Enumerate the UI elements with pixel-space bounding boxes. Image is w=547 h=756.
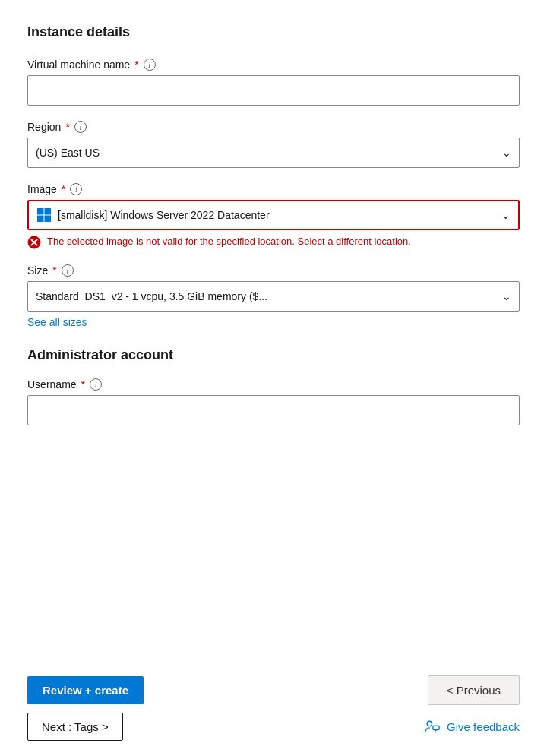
next-button[interactable]: Next : Tags > [27, 713, 123, 741]
size-label: Size * i [27, 264, 520, 277]
image-error-text: The selected image is not valid for the … [47, 235, 411, 248]
size-info-icon[interactable]: i [62, 264, 74, 277]
region-select[interactable]: (US) East US ⌄ [27, 138, 520, 168]
admin-account-section: Administrator account Username * i [27, 347, 520, 425]
image-field-group: Image * i [smalldisk] Windows Server 202… [27, 183, 520, 249]
vm-name-field-group: Virtual machine name * i [27, 59, 520, 106]
size-value: Standard_DS1_v2 - 1 vcpu, 3.5 GiB memory… [36, 290, 267, 302]
svg-rect-8 [433, 726, 439, 730]
svg-rect-3 [45, 216, 52, 223]
give-feedback-label: Give feedback [447, 720, 520, 733]
svg-rect-2 [37, 216, 44, 223]
instance-details-title: Instance details [27, 24, 520, 40]
vm-name-label: Virtual machine name * i [27, 59, 520, 71]
username-info-icon[interactable]: i [90, 378, 102, 391]
username-required-star: * [81, 378, 85, 391]
image-chevron-icon: ⌄ [501, 209, 511, 221]
see-all-sizes-link[interactable]: See all sizes [27, 316, 87, 328]
svg-rect-1 [45, 208, 52, 215]
main-content: Instance details Virtual machine name * … [0, 0, 547, 532]
image-label: Image * i [27, 183, 520, 195]
size-required-star: * [52, 264, 56, 277]
give-feedback-button[interactable]: Give feedback [424, 719, 520, 735]
image-error-row: The selected image is not valid for the … [27, 235, 520, 249]
vm-name-info-icon[interactable]: i [144, 59, 156, 71]
windows-logo-icon [36, 207, 52, 223]
region-label: Region * i [27, 121, 520, 133]
region-info-icon[interactable]: i [74, 121, 87, 133]
svg-rect-0 [37, 208, 44, 215]
svg-point-7 [427, 721, 432, 726]
image-select[interactable]: [smalldisk] Windows Server 2022 Datacent… [27, 200, 520, 230]
action-bar-top: Review + create < Previous [27, 675, 520, 705]
vm-name-input[interactable] [27, 75, 520, 106]
region-field-group: Region * i (US) East US ⌄ [27, 121, 520, 168]
region-value: (US) East US [36, 147, 100, 159]
action-bar: Review + create < Previous Next : Tags >… [0, 663, 547, 756]
previous-button[interactable]: < Previous [428, 675, 520, 705]
username-field-group: Username * i [27, 378, 520, 425]
size-select[interactable]: Standard_DS1_v2 - 1 vcpu, 3.5 GiB memory… [27, 281, 520, 312]
vm-name-required-star: * [134, 59, 138, 71]
error-icon [27, 236, 41, 249]
image-value: [smalldisk] Windows Server 2022 Datacent… [58, 209, 270, 221]
review-create-button[interactable]: Review + create [27, 676, 144, 704]
region-required-star: * [65, 121, 69, 133]
username-input[interactable] [27, 395, 520, 425]
size-field-group: Size * i Standard_DS1_v2 - 1 vcpu, 3.5 G… [27, 264, 520, 329]
action-bar-bottom: Next : Tags > Give feedback [27, 713, 520, 741]
give-feedback-icon [424, 719, 441, 735]
image-select-left: [smalldisk] Windows Server 2022 Datacent… [36, 207, 270, 223]
image-required-star: * [62, 183, 65, 195]
image-info-icon[interactable]: i [70, 183, 82, 195]
region-chevron-icon: ⌄ [502, 147, 511, 159]
username-label: Username * i [27, 378, 520, 391]
size-chevron-icon: ⌄ [502, 290, 511, 302]
admin-account-title: Administrator account [27, 347, 520, 363]
instance-details-section: Instance details [27, 24, 520, 40]
